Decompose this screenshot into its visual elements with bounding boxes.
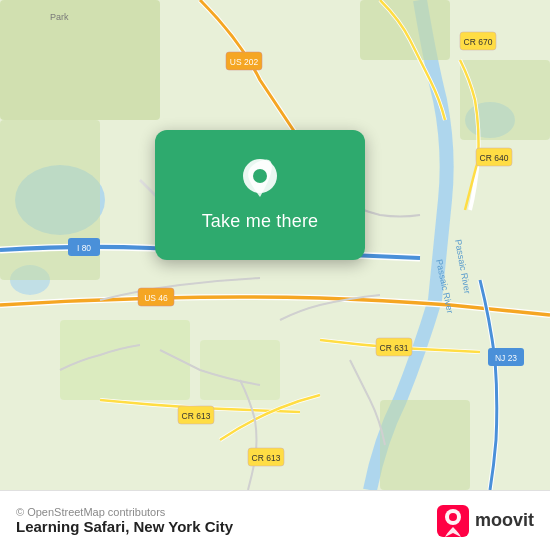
svg-point-35: [449, 513, 457, 521]
svg-rect-4: [0, 0, 160, 120]
svg-text:CR 670: CR 670: [464, 37, 493, 47]
moovit-brand-icon: [437, 505, 469, 537]
bottom-left-info: © OpenStreetMap contributors Learning Sa…: [16, 506, 233, 535]
svg-text:Park: Park: [50, 12, 69, 22]
svg-rect-7: [200, 340, 280, 400]
svg-text:CR 613: CR 613: [252, 453, 281, 463]
svg-text:US 46: US 46: [144, 293, 168, 303]
svg-text:NJ 23: NJ 23: [495, 353, 517, 363]
take-me-there-button[interactable]: Take me there: [202, 211, 319, 232]
attribution-text: © OpenStreetMap contributors: [16, 506, 233, 518]
bottom-bar: © OpenStreetMap contributors Learning Sa…: [0, 490, 550, 550]
svg-point-32: [253, 169, 267, 183]
svg-text:CR 640: CR 640: [480, 153, 509, 163]
location-title: Learning Safari, New York City: [16, 518, 233, 535]
moovit-logo: moovit: [437, 505, 534, 537]
action-card[interactable]: Take me there: [155, 130, 365, 260]
location-pin-icon: [238, 159, 282, 203]
svg-rect-10: [380, 400, 470, 490]
svg-text:CR 613: CR 613: [182, 411, 211, 421]
svg-text:I 80: I 80: [77, 243, 91, 253]
svg-text:US 202: US 202: [230, 57, 259, 67]
svg-text:Passaic River: Passaic River: [453, 239, 472, 295]
svg-rect-6: [60, 320, 190, 400]
svg-text:CR 631: CR 631: [380, 343, 409, 353]
map-container: Passaic River Park: [0, 0, 550, 490]
moovit-label: moovit: [475, 510, 534, 531]
